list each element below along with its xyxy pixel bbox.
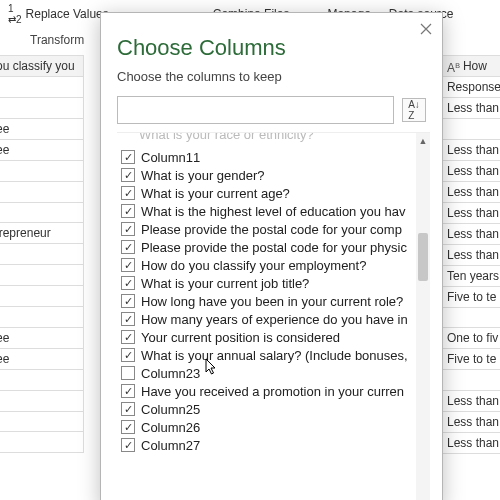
checkbox[interactable] (121, 348, 135, 362)
column-item-label: What is your current job title? (141, 276, 309, 291)
search-input[interactable] (117, 96, 394, 124)
column-item-label: Column27 (141, 438, 200, 453)
preview-table-left: Aᴮo you classify you dmployeemployeedded… (0, 55, 84, 453)
transform-group-label: Transform (30, 33, 84, 47)
table-cell[interactable]: Less than (438, 432, 500, 453)
table-cell[interactable]: mployee (0, 139, 83, 160)
table-cell[interactable]: Less than (438, 160, 500, 181)
col-header-right[interactable]: AᴮHow (438, 56, 500, 77)
column-item-label: How long have you been in your current r… (141, 294, 403, 309)
checkbox[interactable] (121, 312, 135, 326)
table-cell[interactable]: d (0, 244, 83, 265)
scrollbar-track[interactable] (416, 133, 430, 500)
sort-button[interactable]: A↓Z (402, 98, 426, 122)
table-cell[interactable]: Less than (438, 390, 500, 411)
checkbox[interactable] (121, 258, 135, 272)
table-cell[interactable]: mployee (0, 328, 83, 349)
checkbox[interactable] (121, 186, 135, 200)
column-item-label: How many years of experience do you have… (141, 312, 408, 327)
checkbox[interactable] (121, 438, 135, 452)
column-item-label: Please provide the postal code for your … (141, 240, 407, 255)
checkbox[interactable] (121, 204, 135, 218)
column-item[interactable]: Have you received a promotion in your cu… (117, 382, 414, 400)
table-cell[interactable]: d (0, 390, 83, 411)
table-cell[interactable] (438, 370, 500, 391)
table-cell[interactable]: d (0, 265, 83, 286)
table-cell[interactable] (438, 307, 500, 328)
table-cell[interactable]: Less than (438, 411, 500, 432)
column-item[interactable]: What is your annual salary? (Include bon… (117, 346, 414, 364)
replace-icon: 1⇄2 (8, 3, 22, 25)
table-cell[interactable]: d (0, 77, 83, 98)
table-cell[interactable]: mployee (0, 349, 83, 370)
preview-table-right: AᴮHow ResponseLess thanLess thanLess tha… (438, 55, 500, 454)
column-item[interactable]: What is your gender? (117, 166, 414, 184)
table-cell[interactable]: Less than (438, 223, 500, 244)
column-item[interactable]: Column27 (117, 436, 414, 454)
table-cell[interactable] (438, 119, 500, 140)
table-cell[interactable]: d (0, 181, 83, 202)
column-item[interactable]: How long have you been in your current r… (117, 292, 414, 310)
column-item[interactable]: Column26 (117, 418, 414, 436)
table-cell[interactable]: Less than (438, 98, 500, 119)
choose-columns-dialog: Choose Columns Choose the columns to kee… (100, 12, 443, 500)
table-cell[interactable]: One to fiv (438, 328, 500, 349)
column-item[interactable]: How do you classify your employment? (117, 256, 414, 274)
column-item-label: How do you classify your employment? (141, 258, 366, 273)
table-cell[interactable]: d (0, 286, 83, 307)
table-cell[interactable]: Five to te (438, 286, 500, 307)
text-type-icon: Aᴮ (447, 61, 459, 73)
scrollbar-up[interactable]: ▲ (416, 133, 430, 149)
table-cell[interactable] (0, 370, 83, 391)
columns-list: ▲ What is your race or ethnicity? Column… (117, 132, 430, 500)
table-cell[interactable]: d (0, 307, 83, 328)
table-cell[interactable] (0, 411, 83, 432)
column-item[interactable]: Column11 (117, 148, 414, 166)
table-cell[interactable] (0, 202, 83, 223)
column-item[interactable]: Please provide the postal code for your … (117, 220, 414, 238)
checkbox[interactable] (121, 330, 135, 344)
column-item-label: What is your annual salary? (Include bon… (141, 348, 408, 363)
checkbox[interactable] (121, 384, 135, 398)
dialog-title: Choose Columns (101, 13, 442, 65)
column-item-label: Have you received a promotion in your cu… (141, 384, 404, 399)
column-item-label: What is your current age? (141, 186, 290, 201)
checkbox[interactable] (121, 420, 135, 434)
table-cell[interactable]: Five to te (438, 349, 500, 370)
column-item[interactable]: How many years of experience do you have… (117, 310, 414, 328)
column-item[interactable]: What is the highest level of education y… (117, 202, 414, 220)
column-item[interactable]: Your current position is considered (117, 328, 414, 346)
close-button[interactable] (416, 19, 436, 39)
table-cell[interactable]: d (0, 160, 83, 181)
table-cell[interactable]: Response (438, 77, 500, 98)
column-item[interactable]: What is your current job title? (117, 274, 414, 292)
table-cell[interactable]: d (0, 432, 83, 453)
table-cell[interactable]: Less than (438, 139, 500, 160)
column-item[interactable]: Column25 (117, 400, 414, 418)
column-item-label: What is your gender? (141, 168, 265, 183)
column-item-label: Column23 (141, 366, 200, 381)
checkbox[interactable] (121, 150, 135, 164)
checkbox[interactable] (121, 276, 135, 290)
checkbox[interactable] (121, 222, 135, 236)
col-header-left[interactable]: Aᴮo you classify you (0, 56, 83, 77)
table-cell[interactable] (0, 98, 83, 119)
checkbox[interactable] (121, 240, 135, 254)
checkbox[interactable] (121, 168, 135, 182)
ribbon-replace-values[interactable]: 1⇄2 Replace Values (8, 3, 109, 25)
column-item-label: Your current position is considered (141, 330, 340, 345)
scrollbar-thumb[interactable] (418, 233, 428, 281)
sort-icon: A↓Z (408, 99, 420, 121)
column-item[interactable]: Column23 (117, 364, 414, 382)
checkbox[interactable] (121, 294, 135, 308)
table-cell[interactable]: Ten years (438, 265, 500, 286)
checkbox[interactable] (121, 366, 135, 380)
table-cell[interactable]: Less than (438, 181, 500, 202)
checkbox[interactable] (121, 402, 135, 416)
column-item[interactable]: What is your current age? (117, 184, 414, 202)
table-cell[interactable]: Less than (438, 202, 500, 223)
table-cell[interactable]: Less than (438, 244, 500, 265)
column-item[interactable]: Please provide the postal code for your … (117, 238, 414, 256)
table-cell[interactable]: mployee (0, 118, 83, 139)
table-cell[interactable]: ed/Entrepreneur (0, 223, 83, 244)
